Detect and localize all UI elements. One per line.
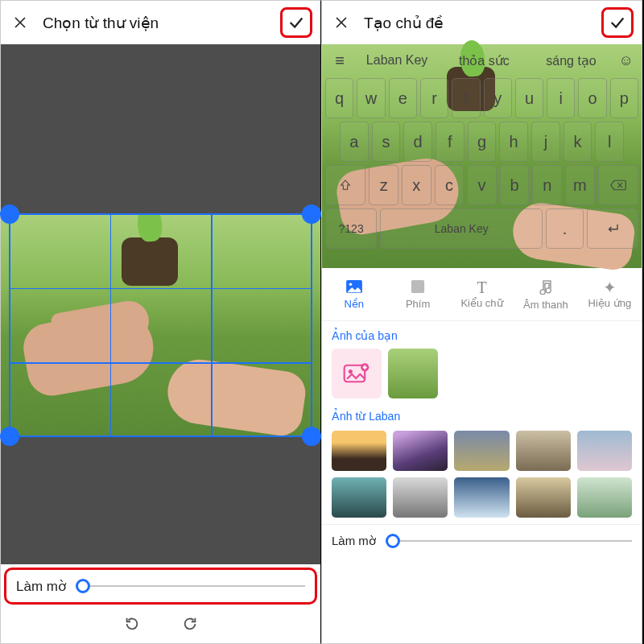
key[interactable]: c — [435, 165, 464, 205]
key[interactable]: w — [357, 78, 385, 118]
crop-handle-br[interactable] — [302, 427, 321, 446]
key[interactable]: x — [402, 165, 431, 205]
section-title: Ảnh từ Laban — [332, 410, 632, 423]
key[interactable]: v — [467, 165, 497, 205]
key[interactable]: p — [610, 78, 638, 118]
screen-crop: Chọn từ thư viện Làm mờ — [0, 0, 321, 644]
tab-keys[interactable]: Phím — [386, 268, 449, 320]
key[interactable]: i — [547, 78, 575, 118]
blur-label: Làm mờ — [16, 578, 66, 595]
header: Chọn từ thư viện — [1, 1, 320, 44]
user-photo-thumb[interactable] — [388, 349, 438, 398]
key[interactable]: a — [340, 122, 369, 162]
key[interactable]: y — [484, 78, 512, 118]
rotate-ccw-icon[interactable] — [123, 615, 141, 633]
key[interactable]: q — [325, 78, 353, 118]
slider-thumb[interactable] — [386, 534, 400, 548]
gallery-thumb[interactable] — [454, 477, 509, 518]
gallery-thumb[interactable] — [577, 477, 632, 518]
shift-key[interactable] — [325, 165, 365, 205]
tab-font[interactable]: T Kiểu chữ — [450, 268, 514, 320]
blur-slider[interactable] — [76, 578, 305, 594]
music-icon — [539, 279, 553, 297]
emoji-icon[interactable]: ☺ — [619, 52, 634, 69]
gallery-thumb[interactable] — [332, 477, 386, 518]
gallery-thumb[interactable] — [393, 477, 448, 518]
key[interactable]: j — [531, 122, 560, 162]
backspace-key[interactable] — [598, 165, 638, 205]
crop-handle-tr[interactable] — [302, 204, 321, 224]
section-title: Ảnh của bạn — [332, 329, 632, 342]
key[interactable]: g — [468, 122, 497, 162]
period-key[interactable]: . — [546, 208, 583, 249]
key[interactable]: o — [578, 78, 606, 118]
square-icon — [411, 279, 425, 296]
gallery-thumb[interactable] — [332, 431, 386, 471]
key[interactable]: s — [372, 122, 401, 162]
laban-gallery — [322, 431, 642, 524]
key[interactable]: l — [595, 122, 624, 162]
key[interactable]: h — [499, 122, 528, 162]
screen-theme: Tạo chủ đề ≡ Laban Key thỏa sức sáng tạo… — [321, 0, 642, 644]
confirm-button[interactable] — [280, 7, 312, 38]
crop-frame[interactable] — [9, 213, 312, 437]
key[interactable]: e — [389, 78, 417, 118]
tab-label: Âm thanh — [523, 299, 568, 311]
key[interactable]: b — [500, 165, 530, 205]
blur-slider[interactable] — [386, 533, 632, 549]
image-icon — [345, 279, 363, 296]
key-row: q w e r t y u i o p — [325, 78, 638, 118]
key[interactable]: z — [369, 165, 398, 205]
add-photo-button[interactable] — [332, 349, 382, 398]
key[interactable]: f — [436, 122, 464, 162]
key-row: z x c v b n m — [325, 165, 638, 205]
key[interactable]: r — [420, 78, 448, 118]
text-icon: T — [477, 279, 486, 295]
page-title: Tạo chủ đề — [353, 14, 601, 32]
gallery-thumb[interactable] — [516, 477, 571, 518]
crop-stage — [1, 44, 320, 564]
blur-label: Làm mờ — [332, 534, 376, 548]
tab-label: Kiểu chữ — [460, 297, 502, 309]
confirm-button[interactable] — [601, 7, 634, 38]
close-button[interactable] — [9, 11, 31, 34]
page-title: Chọn từ thư viện — [31, 14, 280, 32]
theme-tabs: Nền Phím T Kiểu chữ Âm thanh ✦ Hiệu ứng — [322, 268, 642, 321]
header: Tạo chủ đề — [322, 1, 642, 44]
symbols-key[interactable]: ?123 — [325, 208, 377, 249]
suggestion-word[interactable]: sáng tạo — [531, 53, 610, 68]
gallery-thumb[interactable] — [516, 431, 571, 471]
section-laban-photos: Ảnh từ Laban — [322, 402, 642, 431]
space-key[interactable]: Laban Key — [380, 208, 543, 249]
suggestion-word[interactable]: Laban Key — [357, 53, 436, 68]
key[interactable]: d — [403, 122, 432, 162]
close-button[interactable] — [330, 11, 353, 34]
key[interactable]: u — [515, 78, 543, 118]
suggestion-bar: ≡ Laban Key thỏa sức sáng tạo ☺ — [322, 44, 642, 76]
svg-rect-2 — [411, 279, 424, 292]
enter-key[interactable] — [587, 208, 638, 249]
gallery-thumb[interactable] — [393, 431, 448, 471]
tab-background[interactable]: Nền — [322, 268, 386, 320]
tab-label: Nền — [344, 298, 364, 310]
tab-effects[interactable]: ✦ Hiệu ứng — [578, 268, 642, 320]
suggestion-word[interactable]: thỏa sức — [444, 53, 523, 68]
key[interactable]: t — [452, 78, 480, 118]
blur-control: Làm mờ — [322, 524, 642, 556]
key[interactable]: k — [564, 122, 592, 162]
gallery-thumb[interactable] — [454, 431, 509, 471]
gallery-thumb[interactable] — [577, 431, 632, 471]
crop-handle-bl[interactable] — [0, 427, 19, 446]
rotate-cw-icon[interactable] — [181, 615, 199, 633]
key-row: ?123 Laban Key . — [325, 208, 638, 249]
crop-handle-tl[interactable] — [0, 204, 19, 224]
keyboard-preview: ≡ Laban Key thỏa sức sáng tạo ☺ q w e r … — [322, 44, 642, 268]
menu-icon[interactable]: ≡ — [330, 52, 349, 70]
tab-label: Phím — [406, 298, 430, 310]
sparkle-icon: ✦ — [603, 279, 617, 295]
blur-control: Làm mờ — [4, 568, 317, 605]
key[interactable]: n — [532, 165, 562, 205]
slider-thumb[interactable] — [76, 579, 90, 593]
tab-sound[interactable]: Âm thanh — [514, 268, 577, 320]
key[interactable]: m — [565, 165, 595, 205]
